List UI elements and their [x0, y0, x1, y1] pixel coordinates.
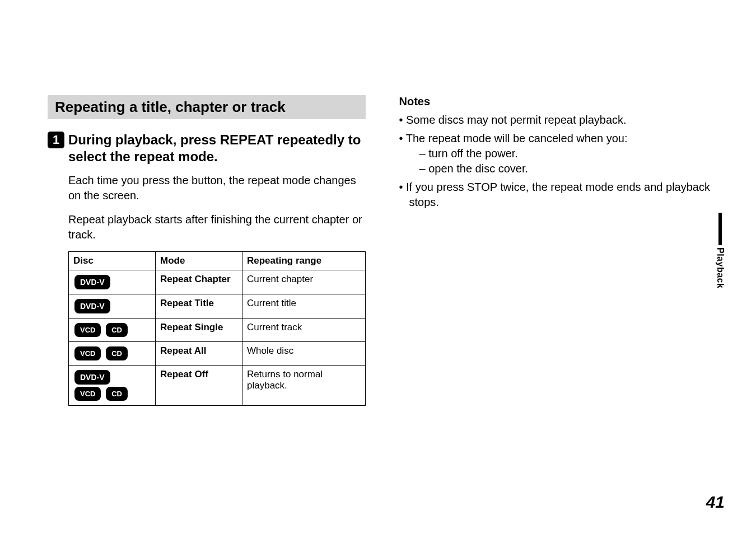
- disc-badge-cd: CD: [106, 387, 128, 401]
- cell-range: Current title: [242, 294, 366, 318]
- table-row: VCD CD Repeat Single Current track: [69, 318, 366, 342]
- note-item: Some discs may not permit repeat playbac…: [399, 113, 717, 128]
- table-row: VCD CD Repeat All Whole disc: [69, 342, 366, 366]
- page-number: 41: [706, 493, 725, 512]
- disc-badge-vcd: VCD: [74, 323, 101, 337]
- step-number-badge: 1: [48, 132, 64, 148]
- disc-badge-vcd: VCD: [74, 346, 101, 360]
- table-row: DVD-V VCD CD Repeat Off Returns to norma…: [69, 366, 366, 406]
- side-tab-label: Playback: [715, 247, 725, 288]
- step-1: 1 During playback, press REPEAT repeated…: [48, 132, 366, 406]
- table-header-row: Disc Mode Repeating range: [69, 252, 366, 270]
- cell-mode: Repeat Off: [156, 366, 242, 406]
- notes-list: Some discs may not permit repeat playbac…: [399, 113, 717, 210]
- cell-mode: Repeat Title: [156, 294, 242, 318]
- note-subitem: turn off the power.: [419, 146, 717, 161]
- note-text: The repeat mode will be canceled when yo…: [406, 132, 628, 144]
- note-item: The repeat mode will be canceled when yo…: [399, 131, 717, 176]
- cell-mode: Repeat Chapter: [156, 270, 242, 294]
- two-column-layout: Repeating a title, chapter or track 1 Du…: [48, 95, 717, 414]
- repeat-mode-table: Disc Mode Repeating range DVD-V Repeat C…: [68, 251, 366, 406]
- note-subitem: open the disc cover.: [419, 161, 717, 176]
- side-tab: Playback: [713, 213, 727, 288]
- cell-disc: VCD CD: [69, 342, 156, 366]
- note-sublist: turn off the power. open the disc cover.: [409, 146, 717, 176]
- cell-disc: VCD CD: [69, 318, 156, 342]
- cell-range: Current chapter: [242, 270, 366, 294]
- notes-heading: Notes: [399, 95, 717, 108]
- cell-range: Whole disc: [242, 342, 366, 366]
- disc-badge-vcd: VCD: [74, 387, 101, 401]
- step-title: During playback, press REPEAT repeatedly…: [68, 132, 366, 165]
- disc-badge-cd: CD: [106, 323, 128, 337]
- table-row: DVD-V Repeat Chapter Current chapter: [69, 270, 366, 294]
- side-tab-bar: [718, 213, 722, 245]
- section-heading: Repeating a title, chapter or track: [48, 95, 366, 119]
- step-content: During playback, press REPEAT repeatedly…: [68, 132, 366, 406]
- disc-badge-dvd-v: DVD-V: [74, 275, 110, 289]
- note-text: If you press STOP twice, the repeat mode…: [406, 181, 710, 208]
- th-disc: Disc: [69, 252, 156, 270]
- left-column: Repeating a title, chapter or track 1 Du…: [48, 95, 366, 414]
- step-para-2: Repeat playback starts after finishing t…: [68, 212, 366, 242]
- th-mode: Mode: [156, 252, 242, 270]
- disc-badge-dvd-v: DVD-V: [74, 370, 110, 385]
- note-item: If you press STOP twice, the repeat mode…: [399, 180, 717, 210]
- step-para-1: Each time you press the button, the repe…: [68, 173, 366, 203]
- cell-range: Current track: [242, 318, 366, 342]
- right-column: Notes Some discs may not permit repeat p…: [399, 95, 717, 414]
- disc-badge-dvd-v: DVD-V: [74, 299, 110, 313]
- cell-disc: DVD-V: [69, 270, 156, 294]
- cell-disc: DVD-V VCD CD: [69, 366, 156, 406]
- table-row: DVD-V Repeat Title Current title: [69, 294, 366, 318]
- cell-disc: DVD-V: [69, 294, 156, 318]
- cell-mode: Repeat All: [156, 342, 242, 366]
- disc-badge-cd: CD: [106, 346, 128, 360]
- manual-page: Repeating a title, chapter or track 1 Du…: [0, 0, 756, 534]
- th-range: Repeating range: [242, 252, 366, 270]
- note-text: Some discs may not permit repeat playbac…: [406, 114, 627, 126]
- cell-range: Returns to normal playback.: [242, 366, 366, 406]
- cell-mode: Repeat Single: [156, 318, 242, 342]
